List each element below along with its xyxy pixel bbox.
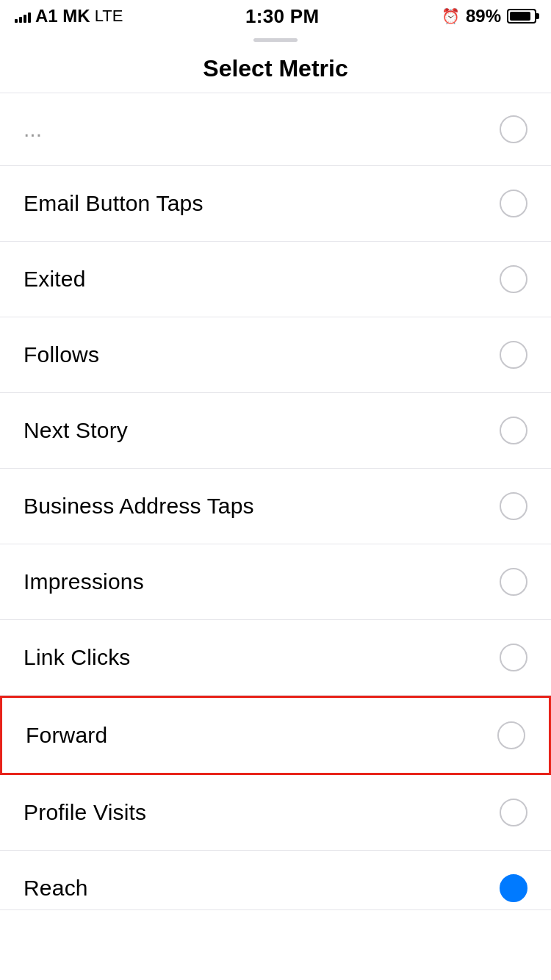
metric-label-link-clicks: Link Clicks <box>24 645 131 670</box>
page-title: Select Metric <box>203 55 347 82</box>
status-time: 1:30 PM <box>245 5 319 28</box>
metric-label-reach: Reach <box>24 876 88 901</box>
status-battery: ⏰ 89% <box>442 6 536 26</box>
radio-button-next-story[interactable] <box>500 417 527 444</box>
metric-item-next-story[interactable]: Next Story <box>0 393 551 469</box>
radio-button-link-clicks[interactable] <box>500 644 527 671</box>
metric-item-reach[interactable]: Reach <box>0 851 551 910</box>
radio-button-forward[interactable] <box>497 721 525 749</box>
metric-label-impressions: Impressions <box>24 569 144 594</box>
metric-item-email-button-taps[interactable]: Email Button Taps <box>0 166 551 242</box>
metric-label-email-button-taps: Email Button Taps <box>24 191 204 216</box>
battery-icon <box>507 9 536 24</box>
signal-icon <box>15 10 31 23</box>
metric-item-profile-visits[interactable]: Profile Visits <box>0 775 551 851</box>
metric-label-exited: Exited <box>24 267 86 292</box>
radio-button-follows[interactable] <box>500 341 527 369</box>
metric-label-follows: Follows <box>24 342 99 367</box>
metric-item-exited[interactable]: Exited <box>0 242 551 317</box>
metric-label-forward: Forward <box>26 723 107 748</box>
radio-button-reach[interactable] <box>500 874 527 902</box>
radio-button-exited[interactable] <box>500 265 527 293</box>
metric-item-impressions[interactable]: Impressions <box>0 544 551 620</box>
metric-item-partial[interactable]: ... <box>0 93 551 166</box>
metric-label-profile-visits: Profile Visits <box>24 800 146 825</box>
radio-button-profile-visits[interactable] <box>500 799 527 826</box>
metric-item-link-clicks[interactable]: Link Clicks <box>0 620 551 696</box>
status-bar: A1 MK LTE 1:30 PM ⏰ 89% <box>0 0 551 32</box>
alarm-icon: ⏰ <box>442 7 460 25</box>
radio-button-partial[interactable] <box>500 115 527 143</box>
metric-item-business-address-taps[interactable]: Business Address Taps <box>0 469 551 544</box>
partial-metric-label: ... <box>24 117 42 142</box>
metric-item-forward[interactable]: Forward <box>0 696 551 775</box>
metric-label-next-story: Next Story <box>24 418 128 443</box>
radio-button-impressions[interactable] <box>500 568 527 596</box>
metric-list: Email Button TapsExitedFollowsNext Story… <box>0 166 551 910</box>
radio-button-business-address-taps[interactable] <box>500 492 527 520</box>
radio-button-email-button-taps[interactable] <box>500 190 527 217</box>
modal-header: Select Metric <box>0 45 551 93</box>
metric-item-follows[interactable]: Follows <box>0 317 551 393</box>
metric-label-business-address-taps: Business Address Taps <box>24 494 254 519</box>
drag-handle[interactable] <box>0 32 551 45</box>
status-carrier: A1 MK LTE <box>15 6 123 26</box>
